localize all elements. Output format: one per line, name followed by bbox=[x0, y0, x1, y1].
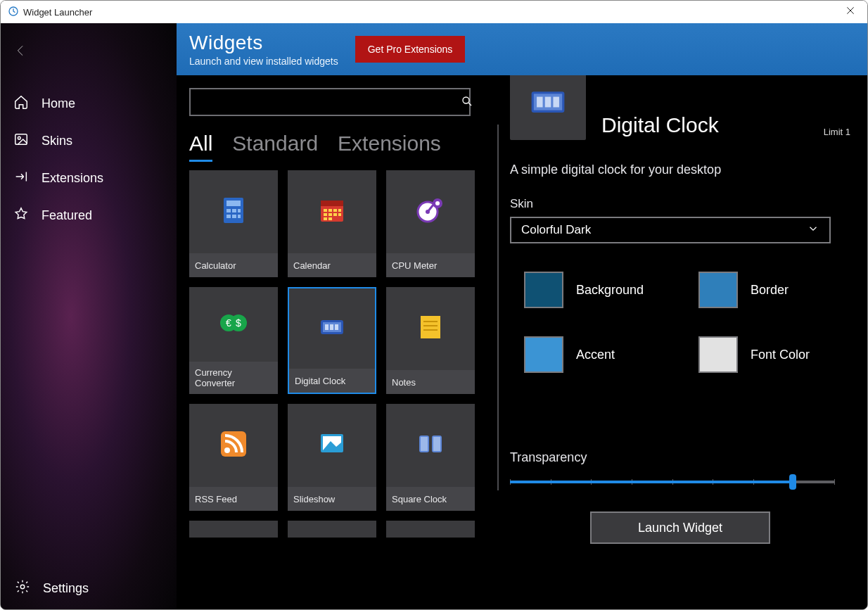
main: Widgets Launch and view installed widget… bbox=[177, 23, 867, 609]
svg-rect-54 bbox=[545, 97, 551, 108]
svg-rect-6 bbox=[226, 201, 241, 206]
svg-rect-36 bbox=[330, 324, 333, 330]
skin-select[interactable]: Colorful Dark bbox=[510, 217, 831, 243]
svg-rect-11 bbox=[232, 215, 236, 218]
skin-label: Skin bbox=[510, 197, 850, 211]
swatch-label: Accent bbox=[576, 348, 615, 362]
widget-tile-calculator[interactable]: Calculator bbox=[189, 170, 278, 277]
svg-rect-49 bbox=[421, 437, 428, 451]
transparency-slider[interactable] bbox=[510, 481, 835, 483]
tab-all[interactable]: All bbox=[189, 132, 212, 162]
search-input[interactable] bbox=[189, 88, 471, 116]
widget-tile-rss-feed[interactable]: RSS Feed bbox=[189, 404, 278, 511]
app-icon bbox=[8, 6, 19, 19]
search-icon bbox=[461, 95, 473, 110]
tab-standard[interactable]: Standard bbox=[232, 132, 318, 162]
sidebar-item-home[interactable]: Home bbox=[1, 85, 177, 122]
svg-rect-9 bbox=[238, 209, 241, 212]
page-title: Widgets bbox=[189, 32, 338, 54]
gear-icon bbox=[15, 579, 30, 598]
svg-rect-20 bbox=[328, 213, 332, 216]
details-description: A simple digital clock for your desktop bbox=[510, 163, 850, 177]
svg-rect-14 bbox=[321, 201, 343, 206]
chevron-down-icon bbox=[807, 222, 819, 239]
widget-grid: Calculator Calendar bbox=[189, 170, 480, 538]
widgets-pane: All Standard Extensions Calculator bbox=[177, 75, 493, 609]
widget-label: CPU Meter bbox=[386, 253, 475, 277]
widget-label: RSS Feed bbox=[189, 487, 278, 511]
extensions-icon bbox=[13, 169, 29, 188]
svg-rect-1 bbox=[15, 134, 27, 145]
calculator-icon bbox=[217, 193, 250, 230]
widget-label: Slideshow bbox=[288, 487, 376, 511]
widget-tile-currency-converter[interactable]: €$ Currency Converter bbox=[189, 287, 278, 394]
close-button[interactable] bbox=[841, 5, 860, 19]
sidebar-item-settings[interactable]: Settings bbox=[1, 568, 177, 609]
svg-rect-10 bbox=[226, 215, 231, 218]
sidebar-item-label: Settings bbox=[43, 581, 89, 596]
rss-icon bbox=[217, 427, 250, 464]
widget-tile-more[interactable] bbox=[288, 521, 376, 538]
window-title: Widget Launcher bbox=[23, 7, 92, 18]
widget-tile-slideshow[interactable]: Slideshow bbox=[288, 404, 376, 511]
widget-label: Notes bbox=[386, 370, 475, 394]
limit-badge: Limit 1 bbox=[824, 127, 850, 137]
svg-rect-35 bbox=[325, 324, 328, 330]
filter-tabs: All Standard Extensions bbox=[189, 132, 486, 162]
widget-tile-more[interactable] bbox=[189, 521, 278, 538]
swatch-label: Font Color bbox=[751, 348, 810, 362]
svg-rect-17 bbox=[333, 209, 337, 212]
square-clock-icon bbox=[414, 427, 447, 464]
sidebar-item-label: Extensions bbox=[42, 171, 103, 186]
sidebar-item-skins[interactable]: Skins bbox=[1, 122, 177, 160]
svg-rect-19 bbox=[324, 213, 327, 216]
swatch-border[interactable] bbox=[698, 272, 738, 308]
svg-rect-53 bbox=[537, 97, 543, 108]
widget-tile-calendar[interactable]: Calendar bbox=[288, 170, 376, 277]
sidebar-item-featured[interactable]: Featured bbox=[1, 197, 177, 234]
widget-label: Digital Clock bbox=[289, 369, 375, 393]
get-pro-button[interactable]: Get Pro Extensions bbox=[355, 36, 466, 63]
svg-rect-37 bbox=[335, 324, 338, 330]
tab-extensions[interactable]: Extensions bbox=[338, 132, 441, 162]
svg-rect-55 bbox=[553, 97, 559, 108]
widget-tile-notes[interactable]: Notes bbox=[386, 287, 475, 394]
slider-thumb[interactable] bbox=[789, 474, 796, 490]
app-window: Widget Launcher Home Skins bbox=[0, 0, 868, 610]
svg-point-2 bbox=[18, 136, 20, 139]
svg-rect-15 bbox=[324, 209, 327, 212]
titlebar: Widget Launcher bbox=[1, 1, 867, 23]
back-button[interactable] bbox=[1, 37, 177, 67]
swatch-label: Border bbox=[751, 283, 789, 298]
svg-rect-50 bbox=[433, 437, 440, 451]
swatch-accent[interactable] bbox=[524, 336, 563, 373]
svg-rect-38 bbox=[421, 316, 440, 338]
launch-widget-button[interactable]: Launch Widget bbox=[590, 511, 770, 544]
swatch-background[interactable] bbox=[524, 272, 563, 308]
calendar-icon bbox=[315, 193, 349, 230]
pane-divider bbox=[497, 125, 499, 490]
widget-tile-more[interactable] bbox=[386, 521, 475, 538]
widget-tile-square-clock[interactable]: Square Clock bbox=[386, 404, 475, 511]
widget-label: Square Clock bbox=[386, 487, 475, 511]
notes-icon bbox=[414, 310, 447, 347]
widget-preview bbox=[510, 75, 586, 140]
swatch-label: Background bbox=[576, 283, 644, 298]
details-title: Digital Clock bbox=[601, 113, 719, 137]
widget-tile-cpu-meter[interactable]: CPU Meter bbox=[386, 170, 475, 277]
svg-rect-21 bbox=[333, 213, 337, 216]
svg-rect-8 bbox=[232, 209, 236, 212]
details-pane: Digital Clock Limit 1 A simple digital c… bbox=[503, 75, 867, 609]
svg-point-4 bbox=[463, 97, 469, 103]
svg-rect-7 bbox=[226, 209, 231, 212]
widget-tile-digital-clock[interactable]: Digital Clock bbox=[288, 287, 376, 394]
svg-rect-16 bbox=[328, 209, 332, 212]
swatch-font-color[interactable] bbox=[698, 336, 738, 373]
color-swatches: Background Border Accent Font Color bbox=[510, 272, 831, 373]
svg-rect-22 bbox=[338, 213, 341, 216]
sidebar: Home Skins Extensions Featured Setti bbox=[1, 23, 177, 609]
svg-rect-24 bbox=[328, 217, 332, 220]
sidebar-item-extensions[interactable]: Extensions bbox=[1, 160, 177, 197]
slideshow-icon bbox=[315, 427, 349, 464]
page-header: Widgets Launch and view installed widget… bbox=[177, 23, 867, 75]
